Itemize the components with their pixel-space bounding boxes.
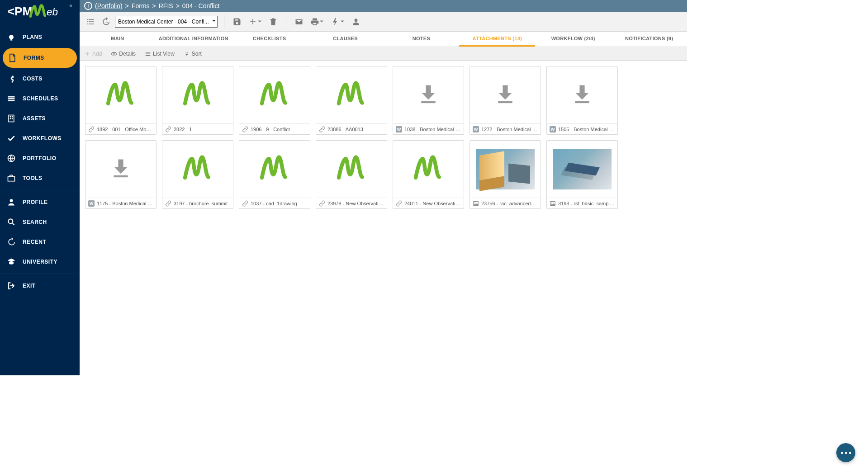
svg-text:<PM: <PM: [8, 5, 33, 18]
sidebar-item-schedules[interactable]: SCHEDULES: [0, 89, 80, 109]
attachment-card[interactable]: 3197 - brochure_summit: [162, 140, 233, 209]
svg-rect-4: [8, 98, 15, 99]
attachment-card[interactable]: W1272 - Boston Medical Cent...: [470, 66, 541, 135]
attachment-card[interactable]: W1175 - Boston Medical Cent...: [85, 140, 157, 209]
breadcrumb-forms[interactable]: Forms: [132, 2, 150, 9]
history-icon[interactable]: [100, 15, 112, 28]
tab-wfl[interactable]: WORKFLOW (2/4): [535, 32, 611, 47]
sidebar: <PM eb ® PLANSFORMSCOSTSSCHEDULESASSETSW…: [0, 0, 80, 375]
delete-icon[interactable]: [267, 15, 280, 28]
print-dropdown-icon[interactable]: [308, 15, 326, 28]
sidebar-item-university[interactable]: UNIVERSITY: [0, 252, 80, 272]
svg-rect-3: [8, 96, 15, 98]
search-icon: [6, 217, 16, 227]
attachments-scroll-area[interactable]: 1892 - 001 - Office Modifica...2822 - 1 …: [80, 61, 687, 375]
attachment-card[interactable]: 24011 - New Observation - ...: [393, 140, 464, 209]
costs-icon: [6, 74, 16, 84]
image-thumbnail: [476, 149, 535, 189]
list-icon[interactable]: [84, 15, 97, 28]
svg-text:®: ®: [70, 4, 72, 8]
svg-rect-7: [10, 116, 11, 118]
tab-att[interactable]: ATTACHMENTS (14): [459, 32, 535, 47]
wdoc-icon: W: [473, 126, 479, 132]
pmweb-file-icon: [413, 155, 444, 184]
attachment-label: 1505 - Boston Medical Cent...: [558, 127, 615, 132]
attachment-card[interactable]: 1892 - 001 - Office Modifica...: [85, 66, 157, 135]
svg-point-13: [10, 199, 13, 202]
link-icon: [165, 126, 171, 132]
email-icon[interactable]: [293, 15, 305, 28]
breadcrumb-rfis[interactable]: RFIS: [159, 2, 173, 9]
image-icon: [473, 200, 479, 207]
sidebar-item-label: RECENT: [23, 239, 46, 245]
download-file-icon: [492, 81, 519, 109]
bolt-dropdown-icon[interactable]: [329, 15, 347, 28]
attachment-card[interactable]: W1505 - Boston Medical Cent...: [546, 66, 618, 135]
sidebar-item-plans[interactable]: PLANS: [0, 27, 80, 47]
sidebar-item-tools[interactable]: TOOLS: [0, 168, 80, 188]
download-file-icon: [569, 81, 596, 109]
attachment-label: 1037 - cad_1drawing: [251, 201, 297, 206]
university-icon: [6, 257, 16, 267]
attachment-card[interactable]: 23978 - New Observation - ...: [316, 140, 387, 209]
download-file-icon: [107, 156, 134, 183]
add-button: Add: [84, 51, 102, 57]
svg-rect-5: [8, 100, 15, 101]
link-icon: [319, 200, 325, 207]
sidebar-item-label: UNIVERSITY: [23, 259, 57, 265]
wdoc-icon: W: [88, 200, 95, 207]
attachments-grid: 1892 - 001 - Office Modifica...2822 - 1 …: [85, 66, 682, 209]
link-icon: [396, 200, 402, 207]
listview-button[interactable]: List View: [145, 51, 175, 57]
sidebar-item-exit[interactable]: EXIT: [0, 276, 80, 296]
sidebar-item-assets[interactable]: ASSETS: [0, 109, 80, 128]
workflows-icon: [6, 133, 16, 143]
save-icon[interactable]: [231, 15, 243, 28]
details-button[interactable]: Details: [111, 51, 136, 57]
sidebar-item-recent[interactable]: RECENT: [0, 232, 80, 252]
breadcrumb-portfolio[interactable]: (Portfolio): [95, 2, 123, 9]
sidebar-item-workflows[interactable]: WORKFLOWS: [0, 128, 80, 148]
attachment-card[interactable]: 3198 - rst_basic_sample_pr...: [546, 140, 618, 209]
sidebar-item-label: SCHEDULES: [23, 95, 58, 102]
link-icon: [88, 126, 95, 132]
tab-cla[interactable]: CLAUSES: [308, 32, 384, 47]
sidebar-item-label: SEARCH: [23, 219, 47, 225]
sidebar-item-forms[interactable]: FORMS: [3, 48, 77, 68]
pmweb-file-icon: [105, 80, 137, 109]
sidebar-item-costs[interactable]: COSTS: [0, 69, 80, 89]
sidebar-item-label: EXIT: [23, 283, 36, 289]
tab-ntf[interactable]: NOTIFICATIONS (9): [611, 32, 687, 47]
sidebar-item-label: FORMS: [24, 55, 44, 61]
link-icon: [242, 126, 248, 132]
add-dropdown-icon[interactable]: [246, 15, 264, 28]
sidebar-item-search[interactable]: SEARCH: [0, 212, 80, 232]
attachment-card[interactable]: 23756 - rac_advanced_sam...: [470, 140, 541, 209]
pmweb-file-icon: [259, 155, 290, 184]
sidebar-item-portfolio[interactable]: PORTFOLIO: [0, 148, 80, 168]
sidebar-item-profile[interactable]: PROFILE: [0, 192, 80, 212]
sort-button[interactable]: Sort: [184, 51, 202, 57]
download-file-icon: [415, 81, 442, 109]
attachment-card[interactable]: 1906 - 9 - Conflict: [239, 66, 310, 135]
attachment-label: 24011 - New Observation - ...: [404, 201, 461, 206]
recent-icon: [6, 237, 16, 247]
attachment-card[interactable]: 1037 - cad_1drawing: [239, 140, 310, 209]
attachment-card[interactable]: 23886 - AA0013 -: [316, 66, 387, 135]
tab-main[interactable]: MAIN: [80, 32, 156, 47]
info-icon[interactable]: i: [84, 2, 92, 10]
main-content: i (Portfolio) > Forms > RFIS > 004 - Con…: [80, 0, 687, 375]
svg-rect-9: [10, 118, 11, 119]
attachment-card[interactable]: 2822 - 1 -: [162, 66, 233, 135]
breadcrumb-bar: i (Portfolio) > Forms > RFIS > 004 - Con…: [80, 0, 687, 12]
record-selector[interactable]: Boston Medical Center - 004 - Confl...: [115, 16, 218, 28]
plans-icon: [6, 32, 16, 42]
tab-chk[interactable]: CHECKLISTS: [232, 32, 308, 47]
attachment-card[interactable]: W1038 - Boston Medical - 00...: [393, 66, 464, 135]
attachment-label: 3198 - rst_basic_sample_pr...: [558, 201, 615, 206]
pmweb-file-icon: [182, 80, 213, 109]
user-icon[interactable]: [350, 15, 362, 28]
svg-rect-12: [8, 177, 15, 181]
tab-not[interactable]: NOTES: [384, 32, 460, 47]
tab-add[interactable]: ADDITIONAL INFORMATION: [156, 32, 232, 47]
